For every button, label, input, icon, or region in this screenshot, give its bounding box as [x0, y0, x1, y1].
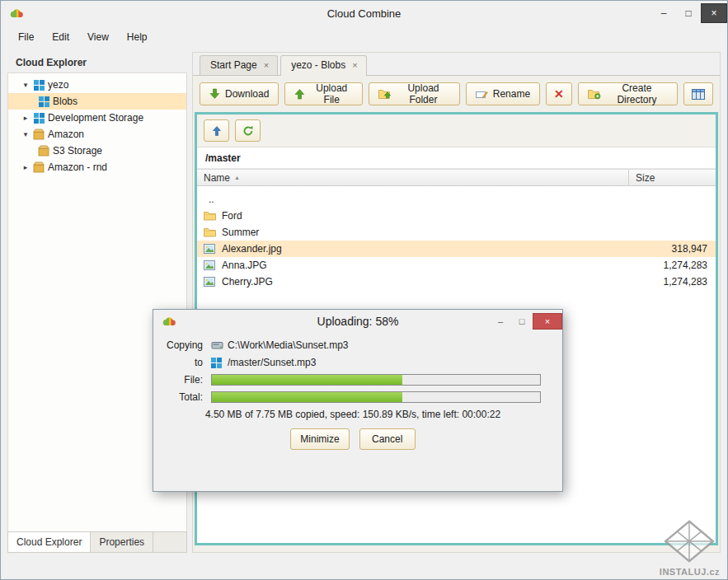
file-size: 1,274,283	[629, 276, 716, 288]
rename-icon	[476, 89, 488, 100]
up-level-button[interactable]	[204, 119, 229, 142]
upload-file-label: Upload File	[310, 82, 353, 105]
file-name: Summer	[218, 227, 629, 238]
create-directory-label: Create Directory	[606, 82, 668, 105]
file-size: 1,274,283	[629, 260, 716, 271]
delete-icon: ✕	[554, 88, 564, 100]
download-label: Download	[225, 88, 269, 100]
file-progress-fill	[212, 375, 402, 385]
file-size: 318,947	[629, 243, 716, 255]
menu-file[interactable]: File	[9, 26, 43, 49]
tab-start-page[interactable]: Start Page×	[200, 55, 278, 75]
bucket-icon	[31, 129, 46, 140]
title-bar: Cloud Combine – □ ×	[1, 1, 727, 26]
file-row-alexander-jpg[interactable]: Alexander.jpg318,947	[197, 241, 716, 257]
view-columns-button[interactable]	[683, 82, 713, 105]
current-path: /master	[197, 147, 716, 169]
file-progress-bar	[211, 374, 541, 386]
azure-icon	[36, 96, 51, 107]
tree-item-label: S3 Storage	[51, 145, 102, 157]
window-title: Cloud Combine	[1, 7, 727, 20]
tree-item-amazon-rnd[interactable]: ▸Amazon - rnd	[8, 159, 186, 175]
watermark: INSTALUJ.cz	[660, 518, 720, 577]
tree-item-blobs[interactable]: Blobs	[8, 93, 186, 110]
tab-close-icon[interactable]: ×	[264, 61, 269, 70]
collapse-icon[interactable]: ▾	[20, 81, 31, 89]
expand-icon[interactable]: ▸	[20, 163, 31, 171]
sidebar-bottom-tabs: Cloud ExplorerProperties	[7, 531, 187, 553]
azure-icon	[31, 80, 46, 91]
refresh-icon	[242, 125, 254, 137]
maximize-button[interactable]: □	[676, 3, 701, 23]
file-name: Anna.JPG	[218, 260, 629, 271]
name-column-label: Name	[204, 172, 230, 184]
destination-row: to /master/Sunset.mp3	[165, 357, 541, 368]
tab-close-icon[interactable]: ×	[352, 61, 357, 70]
folder-icon	[204, 211, 218, 221]
file-row-anna-jpg[interactable]: Anna.JPG1,274,283	[197, 257, 716, 274]
expand-icon[interactable]: ▸	[20, 114, 31, 122]
tree-item-amazon[interactable]: ▾Amazon	[8, 126, 186, 143]
size-column-header[interactable]: Size	[629, 170, 716, 185]
menu-help[interactable]: Help	[118, 26, 157, 49]
dialog-body: Copying C:\Work\Media\Sunset.mp3 to	[153, 333, 562, 491]
main-toolbar: Download Upload File Upload Fol	[193, 76, 720, 112]
create-directory-button[interactable]: Create Directory	[578, 82, 678, 105]
minimize-button[interactable]: –	[651, 3, 676, 23]
destination-path: /master/Sunset.mp3	[228, 357, 316, 368]
image-icon	[204, 277, 218, 287]
dialog-minimize-button[interactable]: –	[490, 313, 511, 330]
cancel-button[interactable]: Cancel	[359, 428, 416, 450]
sort-ascending-icon: ▲	[234, 175, 240, 180]
bucket-icon	[36, 145, 51, 157]
instaluj-diamond-icon	[662, 518, 716, 564]
tab-yezo-blobs[interactable]: yezo - Blobs×	[280, 55, 366, 76]
menu-view[interactable]: View	[78, 26, 118, 49]
folder-icon	[204, 227, 218, 237]
delete-button[interactable]: ✕	[546, 82, 572, 105]
total-progress-row: Total:	[165, 391, 541, 403]
app-cloud-icon	[9, 8, 24, 18]
tree-item-s3-storage[interactable]: S3 Storage	[8, 143, 186, 159]
file-label: File:	[165, 374, 211, 386]
sidebar-header: Cloud Explorer	[7, 52, 187, 72]
up-level-icon	[212, 125, 222, 137]
to-label: to	[165, 357, 211, 368]
image-icon	[204, 260, 218, 270]
file-row-[interactable]: ..	[197, 191, 716, 208]
dialog-maximize-button[interactable]: □	[511, 313, 533, 330]
collapse-icon[interactable]: ▾	[20, 130, 31, 138]
file-row-ford[interactable]: Ford	[197, 208, 716, 224]
tree-item-yezo[interactable]: ▾yezo	[8, 77, 186, 93]
rename-button[interactable]: Rename	[466, 82, 540, 105]
file-name: Alexander.jpg	[218, 243, 629, 255]
tab-label: Start Page	[210, 59, 257, 71]
file-row-summer[interactable]: Summer	[197, 224, 716, 241]
create-directory-icon	[588, 88, 601, 100]
dialog-cloud-icon	[162, 316, 176, 326]
tree-item-development-storage[interactable]: ▸Development Storage	[8, 110, 186, 126]
tree-item-label: yezo	[46, 79, 68, 91]
total-progress-bar	[211, 391, 541, 403]
browser-toolbar	[197, 115, 716, 147]
columns-grid-icon	[692, 89, 705, 100]
upload-folder-icon	[378, 88, 392, 100]
download-button[interactable]: Download	[200, 82, 279, 105]
app-window: Cloud Combine – □ × FileEditViewHelp Clo…	[0, 0, 728, 580]
upload-file-button[interactable]: Upload File	[284, 82, 363, 105]
sidebar-tab-properties[interactable]: Properties	[91, 532, 153, 552]
file-row-cherry-jpg[interactable]: Cherry.JPG1,274,283	[197, 274, 716, 290]
dialog-close-button[interactable]: ×	[533, 313, 562, 330]
upload-folder-button[interactable]: Upload Folder	[369, 82, 460, 105]
image-icon	[204, 244, 218, 254]
name-column-header[interactable]: Name ▲	[197, 170, 629, 185]
rename-label: Rename	[493, 88, 530, 100]
upload-folder-label: Upload Folder	[397, 82, 450, 105]
transfer-status: 4.50 MB of 7.75 MB copied, speed: 150.89…	[165, 409, 541, 420]
dialog-buttons: Minimize Cancel	[165, 428, 541, 450]
sidebar-tab-cloud-explorer[interactable]: Cloud Explorer	[8, 532, 91, 552]
close-button[interactable]: ×	[701, 3, 727, 23]
refresh-button[interactable]	[235, 119, 261, 142]
minimize-dialog-button[interactable]: Minimize	[290, 428, 349, 450]
menu-edit[interactable]: Edit	[43, 26, 78, 49]
